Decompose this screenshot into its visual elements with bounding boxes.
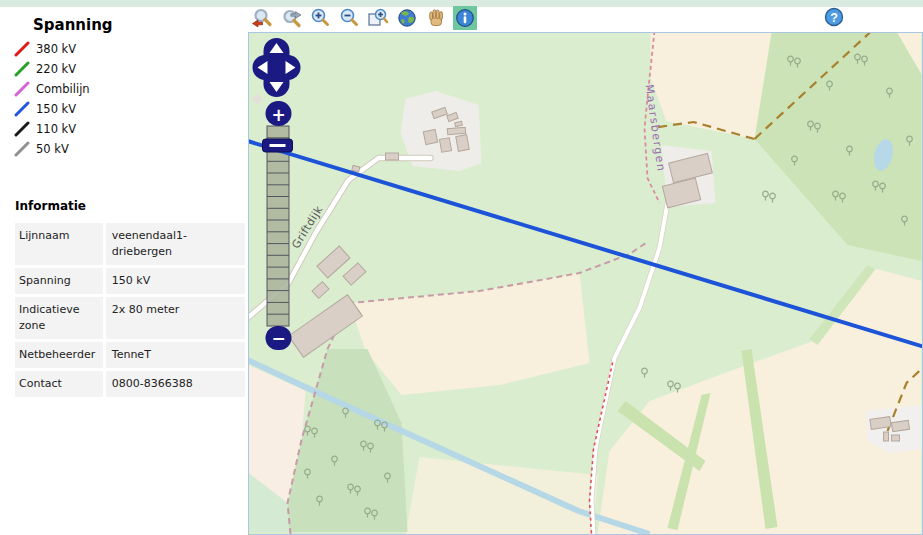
zoom-out-glyph: − [271, 328, 285, 348]
info-row-label: Netbeheerder [15, 342, 103, 368]
help-glyph: ? [830, 11, 838, 25]
zoom-previous-icon [251, 7, 273, 29]
legend-line-icon [13, 121, 33, 137]
info-row-label: Spanning [15, 268, 103, 294]
info-row: Contact0800-8366388 [15, 371, 245, 397]
info-row-value: 0800-8366388 [106, 371, 245, 397]
legend-item-label: 150 kV [36, 102, 76, 116]
zoom-in-glyph: + [271, 105, 285, 125]
zoom-box-icon [367, 7, 389, 29]
legend-item-50kv: 50 kV [0, 139, 248, 159]
info-row: Lijnnaamveenendaal1-driebergen [15, 223, 245, 265]
zoom-box-button[interactable] [366, 6, 390, 30]
zoom-next-icon [280, 7, 302, 29]
zoom-in-button[interactable] [308, 6, 332, 30]
info-row: Spanning150 kV [15, 268, 245, 294]
toolbar [250, 5, 477, 31]
legend-item-label: 380 kV [36, 42, 76, 56]
pan-icon [425, 7, 447, 29]
info-row-value: TenneT [106, 342, 245, 368]
zoom-full-extent-button[interactable] [395, 6, 419, 30]
legend-panel: Spanning 380 kV 220 kV Combilijn 150 kV … [0, 7, 248, 535]
legend-item-110kv: 110 kV [0, 119, 248, 139]
info-row: Indicatieve zone2x 80 meter [15, 297, 245, 339]
map-viewport[interactable]: Griftdijk Maarsbergen [248, 32, 923, 535]
zoom-out-button[interactable] [337, 6, 361, 30]
info-row-label: Lijnnaam [15, 223, 103, 265]
map-canvas: Griftdijk Maarsbergen [249, 33, 922, 534]
legend-item-label: 220 kV [36, 62, 76, 76]
legend-item-combilijn: Combilijn [0, 79, 248, 99]
info-row-value: 150 kV [106, 268, 245, 294]
info-title: Informatie [15, 199, 248, 213]
legend-line-icon [13, 61, 33, 77]
info-row-value: veenendaal1-driebergen [106, 223, 245, 265]
pan-button[interactable] [424, 6, 448, 30]
identify-icon [454, 7, 476, 29]
info-row: NetbeheerderTenneT [15, 342, 245, 368]
legend-line-icon [13, 81, 33, 97]
zoom-in-slider-button[interactable]: + [266, 101, 292, 126]
legend-item-380kv: 380 kV [0, 39, 248, 59]
legend-line-icon [13, 141, 33, 157]
zoom-out-icon [338, 7, 360, 29]
info-row-label: Indicatieve zone [15, 297, 103, 339]
legend-item-220kv: 220 kV [0, 59, 248, 79]
zoom-in-icon [309, 7, 331, 29]
zoom-next-button[interactable] [279, 6, 303, 30]
zoom-slider-track[interactable] [267, 126, 289, 326]
legend-item-label: Combilijn [36, 82, 90, 96]
info-row-label: Contact [15, 371, 103, 397]
info-table: Lijnnaamveenendaal1-driebergen Spanning1… [12, 220, 248, 400]
legend-title: Spanning [33, 16, 248, 34]
help-icon: ? [823, 6, 845, 28]
legend-item-label: 110 kV [36, 122, 76, 136]
zoom-out-slider-button[interactable]: − [266, 326, 292, 350]
zoom-full-extent-icon [396, 7, 418, 29]
info-row-value: 2x 80 meter [106, 297, 245, 339]
legend-line-icon [13, 41, 33, 57]
zoom-slider-handle[interactable] [263, 139, 293, 152]
legend-item-label: 50 kV [36, 142, 69, 156]
zoom-previous-button[interactable] [250, 6, 274, 30]
legend-item-150kv: 150 kV [0, 99, 248, 119]
legend-line-icon [13, 101, 33, 117]
help-button[interactable]: ? [823, 6, 845, 28]
page: Spanning 380 kV 220 kV Combilijn 150 kV … [0, 0, 923, 535]
identify-button[interactable] [453, 6, 477, 30]
